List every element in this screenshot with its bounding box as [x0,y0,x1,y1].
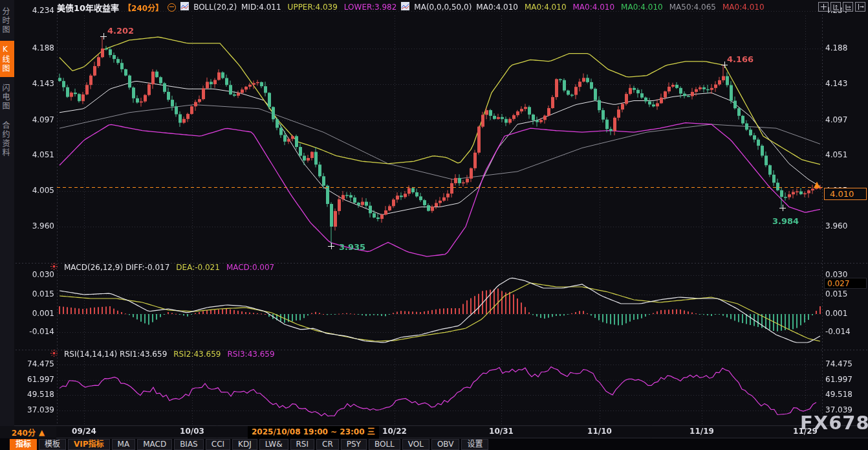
boll-value-0: MID:4.011 [241,3,281,12]
toolbar-item-7[interactable]: KDJ [232,439,257,450]
shift-right-icon[interactable] [855,2,865,12]
toolbar-item-14[interactable]: OBV [431,439,460,450]
main-y-axis-tick-right: 4.051 [825,150,847,159]
rsi-header-part-2: RSI3:43.659 [227,350,274,359]
page-title: 美债10年收益率 [57,1,119,14]
rsi-panel-header: RSI(14,14,14) RSI1:43.659RSI2:43.659RSI3… [50,350,275,359]
toolbar-item-8[interactable]: LW& [259,439,288,450]
boll-value-1: UPPER:4.039 [288,3,338,12]
toolbar-item-10[interactable]: CR [316,439,339,450]
scale-vertical-icon[interactable] [830,2,841,12]
main-y-axis-tick: 4.097 [13,115,54,124]
toolbar-item-0[interactable]: 指标 [10,439,37,450]
toolbar-item-5[interactable]: BIAS [174,439,204,450]
toolbar-item-9[interactable]: RSI [290,439,315,450]
sidebar: 分时图K线图闪电图合约资料 [0,0,14,426]
rsi-y-axis-tick: 61.997 [13,375,54,384]
price-annotation-4.202: 4.202 [107,26,134,36]
period-tag: 【240分】 [124,2,163,13]
boll-indicator-icon[interactable] [180,2,189,12]
x-axis-date: 10/31 [478,427,525,436]
ma-value-5: MA0:4.010 [722,3,765,12]
ma-value-3: MA0:4.010 [621,3,663,12]
boll-value-2: LOWER:3.982 [344,3,397,12]
x-axis-date: 10/03 [169,427,215,436]
rsi-y-axis-tick: 49.518 [13,390,54,399]
macd-y-axis-tick: 0.030 [13,270,54,279]
bottom-toolbar: 指标模板VIP指标MAMACDBIASCCIKDJLW&RSICRPSYBOLL… [0,438,868,450]
indicator-settings-icon[interactable] [50,350,58,359]
rsi-header-part-0: RSI(14,14,14) RSI1:43.659 [64,350,167,359]
ma-label: MA(0,0,0,50,0) [414,3,472,12]
boll-values: MID:4.011UPPER:4.039LOWER:3.982 [241,3,396,12]
period-selector[interactable]: 240分 ▲ [0,426,56,438]
ma-value-2: MA0:4.010 [573,3,615,12]
ma-values: MA0:4.010MA0:4.010MA0:4.010MA0:4.010MA50… [476,3,764,12]
macd-header-part-2: MACD:0.007 [226,263,274,272]
main-y-axis-tick: 4.051 [13,150,54,159]
price-annotation-3.935: 3.935 [339,242,365,252]
pan-icon[interactable] [818,2,829,12]
toolbar-item-2[interactable]: VIP指标 [68,439,110,450]
chart-header: 美债10年收益率 【240分】 BOLL(20,2) MID:4.011UPPE… [57,0,765,14]
window-controls [818,2,865,12]
main-y-axis-tick-right: 4.143 [825,79,847,88]
ma-value-0: MA0:4.010 [476,3,518,12]
x-axis-date: 09/24 [61,427,107,436]
ma-indicator-icon[interactable] [401,2,409,12]
main-y-axis-tick: 4.234 [13,6,54,15]
macd-y-axis-tick-right: 0.015 [825,289,847,298]
collapse-icon[interactable] [168,3,176,12]
macd-y-axis-tick: 0.015 [13,289,54,298]
price-annotation-3.984: 3.984 [772,216,799,226]
toolbar-item-11[interactable]: PSY [341,439,367,450]
rsi-y-axis-tick-right: 74.475 [825,359,852,368]
sidebar-item-1[interactable]: K线图 [0,41,14,77]
sidebar-item-0[interactable]: 分时图 [0,3,14,38]
main-y-axis-tick: 4.143 [13,79,54,88]
expand-arrow-icon: ▲ [39,428,45,437]
macd-y-axis-tick-right: -0.014 [825,327,851,336]
main-y-axis-tick: 4.188 [13,43,54,52]
macd-current-value-box: 0.027 [824,278,867,289]
toolbar-item-1[interactable]: 模板 [39,439,66,450]
toolbar-item-4[interactable]: MACD [137,439,172,450]
macd-header-part-0: MACD(26,12,9) DIFF:-0.017 [64,263,169,272]
sidebar-item-2[interactable]: 闪电图 [0,80,14,115]
ma-value-4: MA50:4.065 [669,3,716,12]
toolbar-item-12[interactable]: BOLL [369,439,400,450]
main-y-axis-tick: 4.005 [13,186,54,195]
app-root: 分时图K线图闪电图合约资料 美债10年收益率 【240分】 BOLL(20,2)… [0,0,868,450]
indicator-settings-icon[interactable] [50,263,58,272]
macd-y-axis-tick: -0.014 [13,327,54,336]
x-axis-date: 11/10 [576,427,623,436]
chart-canvas[interactable] [0,0,868,450]
rsi-y-axis-tick: 37.039 [13,405,54,414]
macd-panel-header: MACD(26,12,9) DIFF:-0.017DEA:-0.021MACD:… [50,263,274,272]
macd-header-part-1: DEA:-0.021 [176,263,220,272]
main-y-axis-tick: 3.960 [13,221,54,231]
rsi-y-axis-tick: 74.475 [13,359,54,368]
toolbar-item-15[interactable]: 设置 [461,439,488,450]
rsi-y-axis-tick-right: 61.997 [825,375,852,384]
price-annotation-4.166: 4.166 [727,54,754,64]
macd-y-axis-tick-right: 0.001 [825,309,847,318]
toolbar-item-6[interactable]: CCI [206,439,230,450]
main-y-axis-tick-right: 4.188 [825,43,847,52]
rsi-y-axis-tick-right: 49.518 [825,390,852,399]
macd-y-axis-tick: 0.001 [13,309,54,318]
time-tooltip: 2025/10/08 19:00 ~ 23:00 三 [248,426,379,438]
current-price-box: 4.010 [824,188,867,200]
watermark: FX678 [800,412,868,434]
period-label: 240分 [12,427,36,438]
boll-label: BOLL(20,2) [193,3,237,12]
toolbar-item-13[interactable]: VOL [402,439,429,450]
main-y-axis-tick-right: 4.097 [825,115,847,124]
scale-horizontal-icon[interactable] [843,2,853,12]
toolbar-item-3[interactable]: MA [112,439,136,450]
main-y-axis-tick-right: 3.960 [825,221,847,231]
ma-value-1: MA0:4.010 [525,3,567,12]
rsi-header-part-1: RSI2:43.659 [173,350,221,359]
sidebar-item-3[interactable]: 合约资料 [0,117,14,161]
x-axis-date: 11/19 [678,427,725,436]
